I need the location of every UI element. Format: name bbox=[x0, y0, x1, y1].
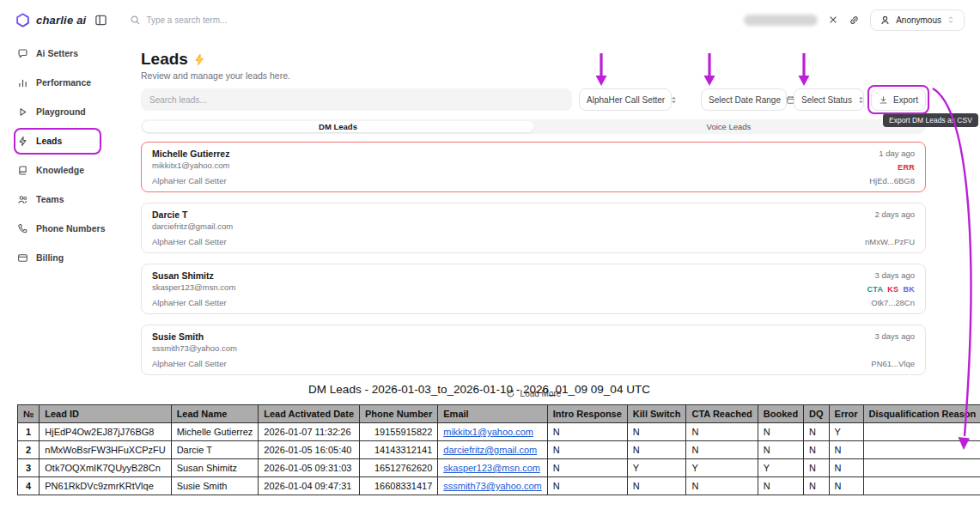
csv-cell: darciefritz@gmail.com bbox=[438, 441, 548, 459]
lead-id: PN61...Vlqe bbox=[871, 359, 915, 368]
csv-cell: PN61RkDVc9zmrKRtVlqe bbox=[40, 477, 171, 495]
setter-filter-value: AlphaHer Call Setter bbox=[587, 95, 665, 105]
csv-cell bbox=[863, 423, 980, 441]
lead-badges: CTAKSBK bbox=[867, 285, 915, 294]
csv-column-header: Lead ID bbox=[40, 405, 171, 423]
csv-cell: N bbox=[804, 423, 830, 441]
sidebar-item-performance[interactable]: Performance bbox=[9, 72, 119, 93]
bolt-icon bbox=[193, 53, 206, 66]
chevrons-up-down-icon bbox=[947, 15, 955, 24]
table-row: 2nMxWoBsrFW3HFuXCPzFUDarcie T2026-01-05 … bbox=[18, 441, 980, 459]
csv-cell: 14143312141 bbox=[360, 441, 438, 459]
lead-card[interactable]: Susan Shimitz skasper123@msn.com AlphaHe… bbox=[141, 264, 926, 314]
csv-column-header: Booked bbox=[758, 405, 803, 423]
lead-time: 3 days ago bbox=[875, 331, 915, 341]
app-logo: charlie ai bbox=[15, 13, 86, 27]
lead-list: Michelle Gutierrez mikkitx1@yahoo.com Al… bbox=[141, 142, 926, 401]
table-row: 3Otk7OQXmIK7QUyyB28CnSusan Shimitz2026-0… bbox=[18, 459, 980, 477]
csv-cell: N bbox=[758, 423, 803, 441]
credit-card-icon bbox=[17, 252, 28, 264]
export-button[interactable]: Export bbox=[871, 88, 926, 111]
csv-cell: Y bbox=[829, 423, 863, 441]
lead-time: 2 days ago bbox=[875, 209, 915, 219]
status-filter-dropdown[interactable]: Select Status bbox=[794, 88, 864, 111]
redacted-pill bbox=[744, 15, 818, 26]
csv-cell: 2026-01-05 09:31:03 bbox=[259, 459, 360, 477]
csv-head: №Lead IDLead NameLead Activated DatePhon… bbox=[18, 405, 980, 423]
sidebar-item-label: Playground bbox=[36, 106, 86, 117]
csv-cell: skasper123@msn.com bbox=[438, 459, 548, 477]
logo-text: charlie ai bbox=[36, 14, 86, 27]
sidebar-toggle-icon[interactable] bbox=[94, 14, 107, 27]
csv-header-row: №Lead IDLead NameLead Activated DatePhon… bbox=[18, 405, 980, 423]
setter-filter-dropdown[interactable]: AlphaHer Call Setter bbox=[579, 88, 672, 111]
csv-cell: 2 bbox=[18, 441, 40, 459]
sidebar-item-playground[interactable]: Playground bbox=[9, 101, 119, 122]
global-search-input[interactable] bbox=[146, 15, 301, 25]
lead-card[interactable]: Michelle Gutierrez mikkitx1@yahoo.com Al… bbox=[141, 142, 926, 192]
lead-card[interactable]: Susie Smith sssmith73@yahoo.com AlphaHer… bbox=[141, 325, 926, 375]
csv-cell: Y bbox=[686, 459, 758, 477]
sidebar-item-knowledge[interactable]: Knowledge bbox=[9, 160, 119, 180]
lead-meta: 3 days ago CTAKSBK Otk7...28Cn bbox=[867, 270, 915, 307]
topbar: charlie ai bbox=[0, 0, 980, 39]
csv-cell: N bbox=[547, 441, 627, 459]
lead-email: mikkitx1@yahoo.com bbox=[152, 161, 229, 170]
csv-cell: 16608331417 bbox=[360, 477, 438, 495]
lead-info: Susie Smith sssmith73@yahoo.com AlphaHer… bbox=[152, 331, 237, 368]
play-icon bbox=[17, 106, 28, 118]
leads-toolbar: AlphaHer Call Setter Select Date Range S… bbox=[141, 88, 926, 111]
sidebar-item-teams[interactable]: Teams bbox=[9, 189, 119, 209]
table-row: 4PN61RkDVc9zmrKRtVlqeSusie Smith2026-01-… bbox=[18, 477, 980, 495]
table-row: 1HjEdP4Ow2EJ87jJ76BG8Michelle Gutierrez2… bbox=[18, 423, 980, 441]
csv-cell bbox=[863, 477, 980, 495]
sidebar-item-ai-setters[interactable]: Ai Setters bbox=[9, 43, 119, 64]
csv-column-header: Email bbox=[438, 405, 548, 423]
lead-id: Otk7...28Cn bbox=[871, 298, 915, 307]
csv-cell: N bbox=[686, 423, 758, 441]
lead-name: Susan Shimitz bbox=[152, 270, 235, 281]
lead-meta: 3 days ago PN61...Vlqe bbox=[871, 331, 915, 368]
export-button-label: Export bbox=[893, 95, 918, 105]
download-icon bbox=[879, 95, 888, 105]
csv-table: №Lead IDLead NameLead Activated DatePhon… bbox=[17, 404, 980, 495]
lead-card[interactable]: Darcie T darciefritz@gmail.com AlphaHer … bbox=[141, 203, 926, 253]
user-menu-button[interactable]: Anonymous bbox=[870, 9, 965, 31]
csv-cell: N bbox=[758, 477, 803, 495]
close-icon[interactable] bbox=[828, 15, 838, 25]
lead-setter: AlphaHer Call Setter bbox=[152, 176, 229, 185]
csv-cell: N bbox=[547, 477, 627, 495]
csv-column-header: Phone Number bbox=[360, 405, 438, 423]
csv-cell: N bbox=[804, 477, 830, 495]
csv-cell: 4 bbox=[18, 477, 40, 495]
csv-cell: 16512762620 bbox=[360, 459, 438, 477]
sidebar-item-phone-numbers[interactable]: Phone Numbers bbox=[9, 218, 119, 239]
lead-status-badge: CTA bbox=[867, 285, 884, 294]
email-link[interactable]: sssmith73@yahoo.com bbox=[443, 481, 542, 491]
csv-column-header: Kill Switch bbox=[627, 405, 686, 423]
csv-cell: mikkitx1@yahoo.com bbox=[438, 423, 548, 441]
tab-dm-leads[interactable]: DM Leads bbox=[143, 121, 533, 132]
csv-column-header: DQ bbox=[804, 405, 830, 423]
lead-status-badge: KS bbox=[887, 285, 898, 294]
sidebar-item-label: Knowledge bbox=[36, 165, 84, 175]
leads-search-input[interactable] bbox=[141, 88, 572, 111]
csv-column-header: CTA Reached bbox=[686, 405, 758, 423]
csv-body: 1HjEdP4Ow2EJ87jJ76BG8Michelle Gutierrez2… bbox=[18, 423, 980, 495]
sidebar-item-label: Phone Numbers bbox=[36, 223, 106, 234]
sidebar-item-leads[interactable]: Leads bbox=[9, 130, 119, 151]
sidebar-item-label: Teams bbox=[36, 194, 64, 204]
email-link[interactable]: darciefritz@gmail.com bbox=[443, 445, 537, 455]
user-label: Anonymous bbox=[896, 15, 941, 25]
email-link[interactable]: skasper123@msn.com bbox=[443, 463, 540, 473]
link-icon[interactable] bbox=[849, 15, 860, 26]
sidebar-item-billing[interactable]: Billing bbox=[9, 247, 119, 268]
email-link[interactable]: mikkitx1@yahoo.com bbox=[443, 427, 533, 437]
csv-cell: 2026-01-07 11:32:26 bbox=[259, 423, 360, 441]
tab-voice-leads[interactable]: Voice Leads bbox=[533, 121, 924, 132]
csv-cell: N bbox=[547, 459, 627, 477]
page-subtitle: Review and manage your leads here. bbox=[141, 70, 926, 82]
csv-column-header: Intro Response bbox=[547, 405, 627, 423]
date-range-dropdown[interactable]: Select Date Range bbox=[701, 88, 787, 111]
csv-cell: Michelle Gutierrez bbox=[171, 423, 259, 441]
